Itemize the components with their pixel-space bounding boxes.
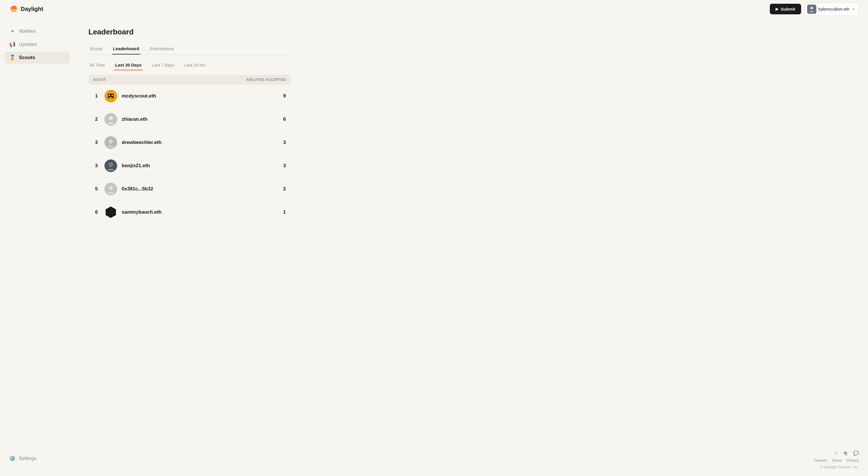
submit-button[interactable]: ▶ Submit xyxy=(770,4,801,14)
footer-icons: 𝕏 👻 💬 xyxy=(834,450,859,456)
tab-last-30-days[interactable]: Last 30 Days xyxy=(114,60,143,70)
twitter-icon[interactable]: 𝕏 xyxy=(834,450,838,456)
secondary-tabs: All Time Last 30 Days Last 7 days Last 2… xyxy=(88,60,290,70)
logo-text: Daylight xyxy=(21,6,43,12)
abilities-count: 2 xyxy=(283,186,286,192)
table-row[interactable]: 2 zhiaran.eth 6 xyxy=(88,108,290,131)
copyright: © Daylight Studios, Inc. xyxy=(820,465,859,469)
tab-submissions[interactable]: Submissions xyxy=(148,43,175,55)
svg-rect-6 xyxy=(109,97,113,98)
sidebar-item-label: Settings xyxy=(19,456,36,462)
scout-name: drewbeechler.eth xyxy=(122,140,279,145)
avatar xyxy=(104,90,117,102)
table-row[interactable]: 3 drewbeechler.eth 3 xyxy=(88,131,290,154)
user-avatar xyxy=(807,5,816,14)
avatar-img xyxy=(104,206,117,218)
sidebar-item-label: Updates xyxy=(19,42,37,47)
col-abilities: ABILITIES ACCEPTED xyxy=(246,78,286,82)
header-right: ▶ Submit kylemccollom.eth ▾ xyxy=(770,3,859,16)
sidebar-item-settings[interactable]: ⚙️ Settings xyxy=(5,452,70,465)
gear-icon: ⚙️ xyxy=(9,455,16,462)
megaphone-icon: 📢 xyxy=(9,41,16,47)
terms-link[interactable]: Terms xyxy=(832,458,842,463)
sidebar-item-label: Scouts xyxy=(19,55,35,61)
avatar-img xyxy=(104,113,117,126)
tab-all-time[interactable]: All Time xyxy=(88,60,106,70)
avatar xyxy=(104,136,117,149)
scout-name: zhiaran.eth xyxy=(122,116,279,122)
scout-name: 0x391c...5b32 xyxy=(122,186,279,192)
discord-icon[interactable]: 💬 xyxy=(853,450,859,456)
abilities-count: 3 xyxy=(283,140,286,145)
avatar-img xyxy=(104,183,117,195)
col-scout: SCOUT xyxy=(93,78,106,82)
sidebar-item-abilities[interactable]: ✦ Abilities xyxy=(5,25,70,37)
avatar xyxy=(104,206,117,218)
sidebar-bottom: ⚙️ Settings xyxy=(5,452,70,469)
sparkle-icon: ✦ xyxy=(9,28,16,34)
avatar-img xyxy=(104,160,117,172)
logo[interactable]: Daylight xyxy=(9,5,43,13)
footer: 𝕏 👻 💬 Careers Terms Privacy © Daylight S… xyxy=(805,444,868,476)
svg-point-10 xyxy=(109,139,113,143)
careers-link[interactable]: Careers xyxy=(814,458,827,463)
tab-scouts[interactable]: Scouts xyxy=(88,43,104,55)
sidebar-item-label: Abilities xyxy=(19,28,36,34)
abilities-count: 1 xyxy=(283,209,286,215)
sidebar-item-scouts[interactable]: 🏅 Scouts xyxy=(5,52,70,64)
tab-leaderboard[interactable]: Leaderboard xyxy=(112,43,141,55)
logo-icon xyxy=(9,5,19,13)
sidebar-item-updates[interactable]: 📢 Updates xyxy=(5,38,70,50)
avatar xyxy=(104,160,117,172)
main-content: Leaderboard Scouts Leaderboard Submissio… xyxy=(74,19,304,476)
table-row[interactable]: 5 0x391c...5b32 2 xyxy=(88,177,290,201)
table-row[interactable]: 3 benjix21.eth 3 xyxy=(88,154,290,177)
play-icon: ▶ xyxy=(776,7,778,11)
scout-name: mcdyscout.eth xyxy=(122,93,279,99)
tab-last-24-hrs[interactable]: Last 24 hrs xyxy=(183,60,207,70)
table-row[interactable]: 1 mcdyscout.eth 9 xyxy=(88,84,290,108)
rank-label: 3 xyxy=(93,140,100,145)
user-menu[interactable]: kylemccollom.eth ▾ xyxy=(805,3,859,16)
svg-point-1 xyxy=(810,7,813,9)
submit-label: Submit xyxy=(781,7,795,11)
user-name: kylemccollom.eth xyxy=(818,7,849,11)
avatar xyxy=(104,113,117,126)
scout-name: benjix21.eth xyxy=(122,163,279,169)
svg-point-13 xyxy=(110,163,112,166)
ghost-icon[interactable]: 👻 xyxy=(843,450,848,456)
abilities-count: 6 xyxy=(283,116,286,122)
chevron-down-icon: ▾ xyxy=(853,7,855,11)
rank-label: 3 xyxy=(93,163,100,169)
rank-label: 6 xyxy=(93,209,100,215)
avatar-img xyxy=(104,90,117,102)
privacy-link[interactable]: Privacy xyxy=(846,458,859,463)
header: Daylight ▶ Submit kylemccollom.eth ▾ xyxy=(0,0,868,19)
page-title: Leaderboard xyxy=(88,28,290,36)
layout: ✦ Abilities 📢 Updates 🏅 Scouts ⚙️ Settin… xyxy=(0,19,868,476)
rank-label: 1 xyxy=(93,93,100,99)
sidebar: ✦ Abilities 📢 Updates 🏅 Scouts ⚙️ Settin… xyxy=(0,19,74,476)
user-avatar-img xyxy=(807,5,816,14)
rank-label: 2 xyxy=(93,116,100,122)
tab-last-7-days[interactable]: Last 7 days xyxy=(151,60,175,70)
table-header: SCOUT ABILITIES ACCEPTED xyxy=(88,75,290,84)
svg-point-8 xyxy=(109,116,113,120)
rank-label: 5 xyxy=(93,186,100,192)
abilities-count: 9 xyxy=(283,93,286,99)
table-row[interactable]: 6 sammybauch.eth 1 xyxy=(88,201,290,224)
avatar-img xyxy=(104,136,117,149)
primary-tabs: Scouts Leaderboard Submissions xyxy=(88,43,290,55)
abilities-count: 3 xyxy=(283,163,286,169)
svg-point-4 xyxy=(108,95,110,96)
scout-icon: 🏅 xyxy=(9,55,16,61)
svg-marker-16 xyxy=(105,206,116,218)
svg-point-15 xyxy=(109,186,113,190)
svg-point-5 xyxy=(112,95,113,96)
scout-name: sammybauch.eth xyxy=(122,209,279,215)
footer-links: Careers Terms Privacy xyxy=(814,458,859,463)
avatar xyxy=(104,183,117,195)
